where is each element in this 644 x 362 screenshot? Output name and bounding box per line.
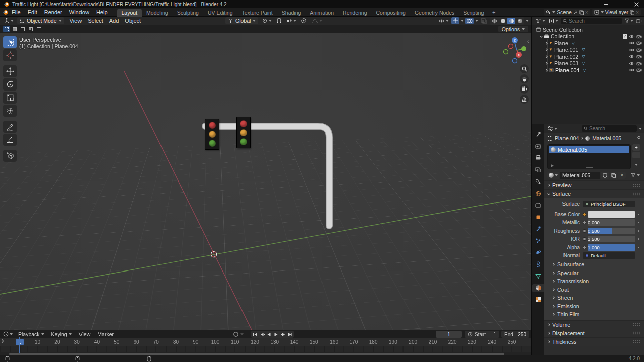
viewport-menu-item[interactable]: View [67, 18, 85, 24]
slot-specials-menu[interactable] [632, 161, 640, 168]
shading-dropdown-icon[interactable] [526, 20, 529, 22]
proportional-editing-toggle[interactable] [300, 17, 308, 24]
properties-search-input[interactable] [589, 126, 635, 131]
eye-icon[interactable] [629, 41, 635, 45]
timeline-tracks[interactable] [0, 346, 531, 352]
subpanel-header[interactable]: Coat [546, 286, 642, 294]
camera-toggle-icon[interactable] [636, 54, 642, 59]
shading-material-preview-icon[interactable] [507, 18, 515, 24]
remove-slot-button[interactable]: − [632, 152, 640, 158]
select-mode-subtract-icon[interactable] [19, 26, 26, 32]
property-slider[interactable]: 1.500 [588, 236, 635, 242]
shading-wireframe-icon[interactable] [490, 18, 498, 24]
base-color-swatch[interactable] [588, 211, 635, 218]
workspace-tab[interactable]: UV Editing [203, 9, 237, 17]
measure-tool[interactable] [3, 134, 17, 146]
blender-menu-icon[interactable] [2, 9, 8, 15]
transform-tool[interactable] [3, 105, 17, 117]
workspace-tab[interactable]: Rendering [338, 9, 371, 17]
camera-toggle-icon[interactable] [636, 68, 642, 72]
menu-item[interactable]: Render [41, 9, 66, 15]
show-overlays-toggle[interactable] [465, 18, 474, 24]
show-gizmo-toggle[interactable] [451, 17, 459, 24]
tab-object[interactable] [533, 213, 544, 221]
options-dropdown[interactable]: Options [498, 26, 528, 32]
minimize-button[interactable] [599, 0, 614, 8]
menu-item[interactable]: Edit [24, 9, 41, 15]
animate-dot-icon[interactable] [635, 238, 642, 240]
panel-header[interactable]: Thickness [544, 337, 644, 346]
jump-to-start-button[interactable] [252, 331, 258, 337]
viewport-menu-item[interactable]: Object [122, 18, 144, 24]
outliner-object-row[interactable]: ▼ Plane.003 ▽ [532, 60, 644, 67]
drag-dots-icon[interactable] [632, 184, 640, 187]
workspace-tab[interactable]: Scripting [459, 9, 489, 17]
workspace-tab[interactable]: Modeling [142, 9, 173, 17]
tab-constraints[interactable] [533, 260, 544, 268]
tab-tool[interactable] [533, 130, 544, 138]
mode-selector[interactable]: Object Mode [17, 17, 64, 24]
workspace-tab[interactable]: Animation [305, 9, 338, 17]
pin-icon[interactable] [636, 136, 641, 141]
animate-dot-icon[interactable] [635, 230, 642, 232]
snap-toggle[interactable] [275, 18, 283, 24]
shading-solid-icon[interactable] [499, 18, 507, 24]
drag-dots-icon[interactable] [632, 340, 640, 343]
select-mode-set-icon[interactable] [3, 26, 10, 32]
select-mode-extend-icon[interactable] [11, 26, 18, 32]
viewport-menu-item[interactable]: Select [85, 18, 106, 24]
sidebar-toggle-icon[interactable]: ‹ [527, 37, 529, 45]
subpanel-header[interactable]: Sheen [546, 294, 642, 302]
preview-panel-header[interactable]: Preview [544, 180, 644, 189]
collection-row[interactable]: Collection ✓ [532, 33, 644, 40]
panel-header[interactable]: Displacement [544, 329, 644, 337]
outliner-editor-type-button[interactable] [534, 18, 546, 24]
subpanel-header[interactable]: Subsurface [546, 260, 642, 269]
select-mode-intersect-icon[interactable] [35, 26, 42, 32]
outliner-object-row[interactable]: ▼ Plane.004 ▽ [532, 67, 644, 74]
camera-toggle-icon[interactable] [636, 34, 642, 39]
menu-item[interactable]: Help [93, 9, 111, 15]
play-reverse-button[interactable] [266, 331, 272, 337]
fake-user-shield-icon[interactable] [601, 172, 609, 179]
jump-to-end-button[interactable] [287, 331, 293, 337]
breadcrumb-object[interactable]: Plane.004 [555, 135, 579, 141]
outliner-object-row[interactable]: ▼ Plane ▽ [532, 40, 644, 47]
view-menu[interactable]: View [76, 331, 93, 337]
scene-collection-row[interactable]: Scene Collection [532, 26, 644, 33]
workspace-tab[interactable]: Geometry Nodes [410, 9, 459, 17]
select-box-tool[interactable] [3, 36, 17, 48]
overlays-dropdown-icon[interactable] [475, 20, 478, 22]
slot-resize-grip[interactable] [586, 166, 593, 168]
copy-icon[interactable] [579, 10, 584, 15]
tab-physics[interactable] [533, 248, 544, 256]
eye-icon[interactable] [629, 61, 635, 66]
surface-panel-header[interactable]: Surface [544, 189, 644, 198]
camera-toggle-icon[interactable] [636, 61, 642, 66]
viewport-menu-item[interactable]: Add [106, 18, 122, 24]
editor-type-button[interactable] [3, 17, 15, 24]
menu-item[interactable]: Window [66, 9, 93, 15]
close-button[interactable] [629, 0, 644, 8]
workspace-tab[interactable]: Texture Paint [237, 9, 277, 17]
maximize-button[interactable] [614, 0, 629, 8]
collapse-icon[interactable] [540, 35, 543, 38]
play-button[interactable] [273, 331, 279, 337]
traffic-light-pole[interactable] [0, 33, 531, 330]
keying-menu[interactable]: Keying [49, 331, 74, 337]
object-visibility-selector[interactable] [437, 18, 450, 24]
annotate-tool[interactable] [3, 121, 17, 133]
timeline-expand-icon[interactable]: ❯ [1, 338, 5, 343]
animate-dot-icon[interactable] [635, 222, 642, 223]
eye-icon[interactable] [629, 34, 635, 39]
menu-item[interactable]: File [8, 9, 24, 15]
timeline-editor-type-button[interactable] [2, 331, 14, 337]
select-mode-invert-icon[interactable] [27, 26, 34, 32]
xray-toggle[interactable] [480, 18, 488, 24]
tab-material[interactable] [532, 284, 544, 292]
marker-menu[interactable]: Marker [95, 331, 116, 337]
tab-collection[interactable] [533, 201, 544, 209]
new-collection-icon[interactable] [636, 18, 642, 24]
unlink-material-icon[interactable]: × [618, 172, 626, 179]
subpanel-header[interactable]: Thin Film [546, 310, 642, 319]
